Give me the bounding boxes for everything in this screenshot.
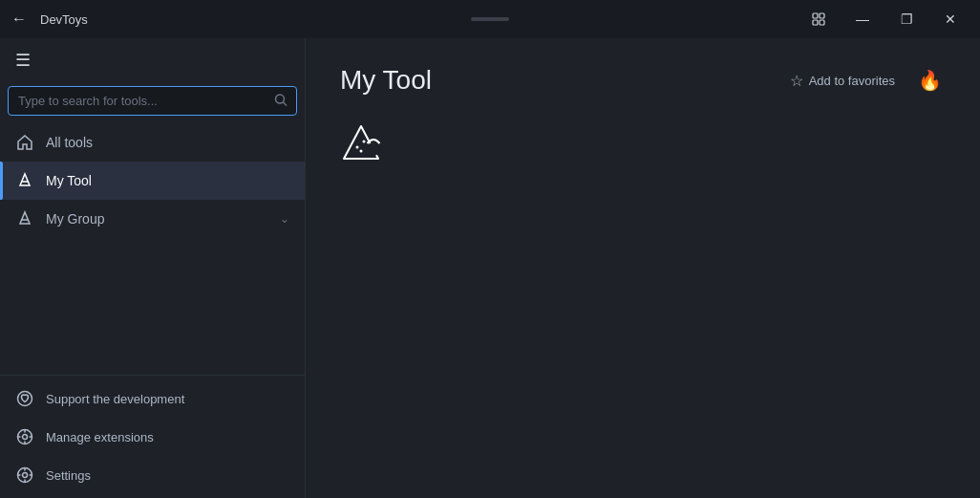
svg-point-21 (367, 142, 380, 156)
sidebar-item-settings[interactable]: Settings (0, 456, 305, 494)
nav-section: All tools My Tool (0, 123, 305, 375)
svg-point-23 (363, 141, 366, 143)
sidebar: ☰ All tools (0, 38, 306, 498)
manage-extensions-label: Manage extensions (46, 430, 154, 444)
app-title: DevToys (40, 12, 88, 27)
extensions-icon (15, 428, 34, 445)
settings-label: Settings (46, 468, 91, 483)
my-group-label: My Group (46, 211, 104, 227)
svg-rect-0 (813, 13, 818, 18)
sidebar-item-my-group[interactable]: My Group ⌄ (0, 200, 305, 238)
pizza-icon (340, 122, 382, 164)
svg-point-16 (23, 473, 28, 478)
sidebar-bottom: Support the development Manage extension… (0, 375, 305, 498)
main-content: My Tool ☆ Add to favorites 🔥 (306, 38, 980, 498)
search-container (8, 86, 297, 116)
sidebar-item-manage-extensions[interactable]: Manage extensions (0, 418, 305, 456)
my-tool-label: My Tool (46, 173, 92, 188)
drag-handle (471, 17, 509, 21)
hamburger-button[interactable]: ☰ (11, 46, 34, 75)
fire-button[interactable]: 🔥 (914, 65, 946, 96)
fire-icon: 🔥 (918, 70, 942, 91)
content-header: My Tool ☆ Add to favorites 🔥 (340, 65, 946, 96)
heart-circle-icon (15, 390, 34, 407)
sidebar-item-my-tool[interactable]: My Tool (0, 162, 305, 200)
snap-icon (811, 11, 826, 27)
restore-button[interactable]: ❐ (884, 4, 928, 34)
svg-rect-3 (820, 20, 824, 25)
titlebar-left: ← DevToys (8, 7, 88, 32)
my-tool-icon (15, 172, 34, 189)
svg-rect-1 (820, 13, 824, 18)
add-to-favorites-label: Add to favorites (809, 74, 895, 88)
page-title: My Tool (340, 65, 432, 96)
all-tools-label: All tools (46, 135, 93, 150)
sidebar-top: ☰ (0, 38, 305, 82)
search-input[interactable] (8, 86, 297, 116)
titlebar: ← DevToys — ❐ ✕ (0, 0, 980, 38)
snap-button[interactable] (797, 4, 841, 34)
home-icon (15, 134, 34, 151)
chevron-down-icon: ⌄ (280, 212, 289, 226)
add-to-favorites-button[interactable]: ☆ Add to favorites (782, 68, 903, 94)
settings-icon (15, 466, 34, 484)
svg-point-24 (360, 150, 363, 153)
sidebar-item-all-tools[interactable]: All tools (0, 123, 305, 162)
my-group-icon (15, 210, 34, 227)
pizza-icon-container (340, 122, 386, 168)
app-body: ☰ All tools (0, 38, 980, 498)
close-button[interactable]: ✕ (928, 4, 972, 34)
titlebar-center (471, 17, 509, 21)
svg-rect-2 (813, 20, 818, 25)
svg-point-10 (23, 435, 28, 440)
star-icon: ☆ (790, 72, 803, 90)
svg-point-22 (356, 146, 359, 149)
svg-point-8 (18, 392, 32, 406)
back-button[interactable]: ← (8, 7, 31, 32)
header-actions: ☆ Add to favorites 🔥 (782, 65, 946, 96)
minimize-button[interactable]: — (841, 4, 884, 34)
support-label: Support the development (46, 392, 184, 406)
sidebar-item-support[interactable]: Support the development (0, 379, 305, 418)
titlebar-controls: — ❐ ✕ (797, 4, 972, 34)
